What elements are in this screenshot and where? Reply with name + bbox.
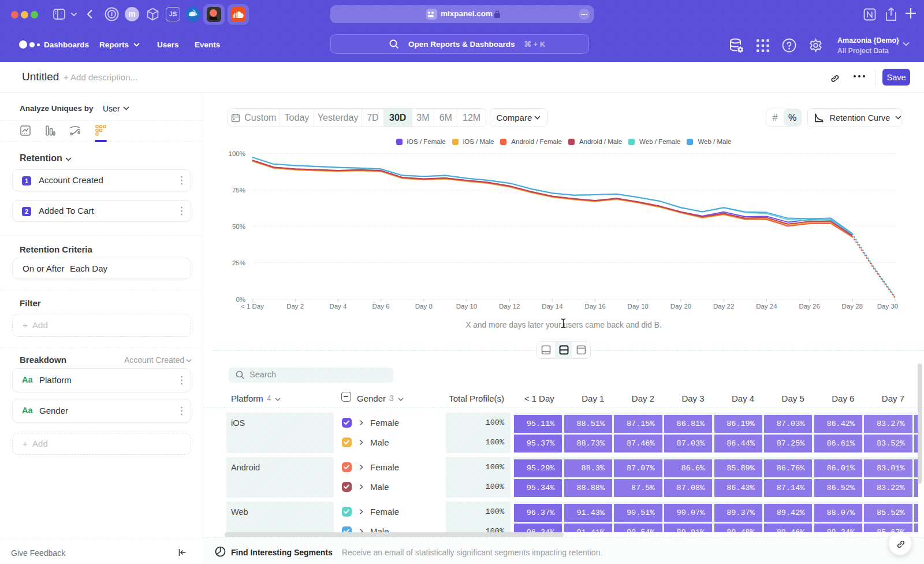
svg-text:Day 2: Day 2 xyxy=(286,302,304,309)
svg-text:Day 20: Day 20 xyxy=(670,302,691,309)
svg-text:25%: 25% xyxy=(232,259,245,266)
svg-text:Day 12: Day 12 xyxy=(499,302,520,309)
svg-text:< 1 Day: < 1 Day xyxy=(241,302,264,309)
svg-text:Day 16: Day 16 xyxy=(584,302,605,309)
svg-text:Day 8: Day 8 xyxy=(415,302,433,309)
svg-text:75%: 75% xyxy=(232,186,245,193)
svg-text:Day 30: Day 30 xyxy=(877,302,898,309)
svg-text:Day 24: Day 24 xyxy=(756,302,777,309)
svg-text:Day 18: Day 18 xyxy=(628,302,649,309)
svg-text:Day 14: Day 14 xyxy=(542,302,563,309)
svg-text:50%: 50% xyxy=(232,222,245,229)
svg-text:Day 10: Day 10 xyxy=(456,302,477,309)
svg-text:Day 22: Day 22 xyxy=(713,302,734,309)
svg-text:Day 28: Day 28 xyxy=(842,302,863,309)
svg-text:0%: 0% xyxy=(236,295,245,302)
svg-text:Day 26: Day 26 xyxy=(799,302,819,309)
svg-text:Day 4: Day 4 xyxy=(329,302,347,309)
svg-text:Day 6: Day 6 xyxy=(372,302,390,309)
svg-text:100%: 100% xyxy=(229,150,245,157)
